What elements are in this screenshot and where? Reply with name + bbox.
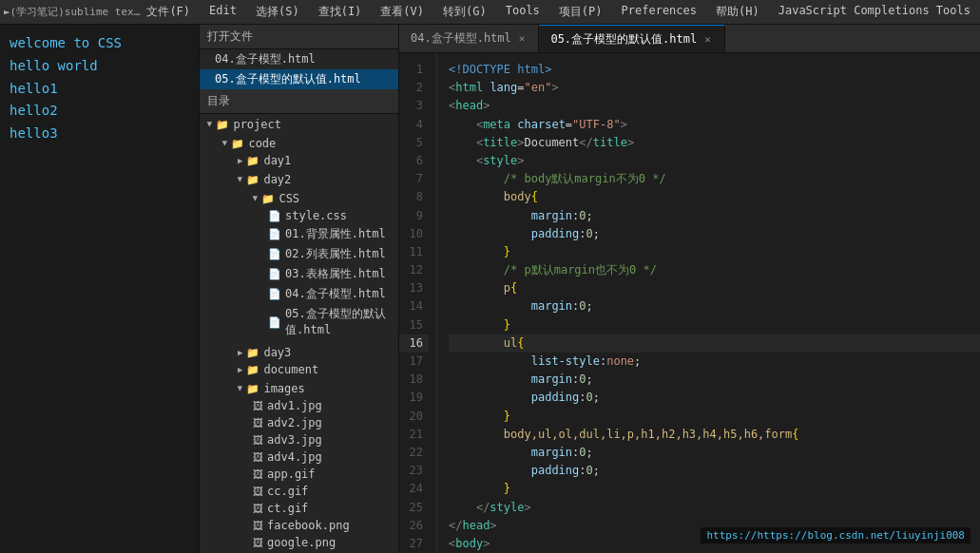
ln-26: 26 xyxy=(399,517,429,535)
preview-line-hello1: hello1 xyxy=(10,78,189,101)
tree-adv1[interactable]: 🖼adv1.jpg xyxy=(245,397,398,414)
code-line-16: ul{ xyxy=(449,334,980,353)
tree-02-list[interactable]: 📄 02.列表属性.html xyxy=(260,244,398,264)
file-panel: 打开文件 04.盒子模型.html 05.盒子模型的默认值.html 目录 ▶ … xyxy=(200,25,399,553)
menu-project[interactable]: 项目(P) xyxy=(553,2,608,22)
file-05-icon: 📄 xyxy=(268,316,281,329)
ln-18: 18 xyxy=(399,371,429,389)
img-ct-icon: 🖼 xyxy=(253,503,263,515)
img-adv4-icon: 🖼 xyxy=(253,451,263,464)
tree-adv3[interactable]: 🖼adv3.jpg xyxy=(245,431,398,448)
ln-24: 24 xyxy=(399,480,429,498)
tree-project-label[interactable]: ▶ 📁 project xyxy=(200,116,398,133)
tree-code-label[interactable]: ▶ 📁 code xyxy=(215,135,398,152)
menu-file[interactable]: 文件(F) xyxy=(141,2,196,22)
tree-day2-label[interactable]: ▶ 📁 day2 xyxy=(230,171,398,188)
menu-tools[interactable]: Tools xyxy=(500,2,546,22)
preview-line-welcome: welcome to CSS xyxy=(10,32,189,55)
folder-day2-icon: 📁 xyxy=(246,174,259,186)
line-numbers: 1 2 3 4 5 6 7 8 9 10 11 12 13 14 15 16 1… xyxy=(399,53,437,553)
file-style-icon: 📄 xyxy=(268,210,281,222)
tree-style-css[interactable]: 📄 style.css xyxy=(260,207,398,224)
tree-adv4[interactable]: 🖼adv4.jpg xyxy=(245,448,398,466)
preview-line-hello2: hello2 xyxy=(10,100,189,123)
editor-panel: 04.盒子模型.html ✕ 05.盒子模型的默认值.html ✕ 1 2 3 … xyxy=(399,25,980,553)
code-line-9: margin:0; xyxy=(449,207,980,225)
tree-images-children: 🖼adv1.jpg 🖼adv2.jpg 🖼adv3.jpg 🖼adv4.jpg … xyxy=(230,397,398,553)
img-facebook-icon: 🖼 xyxy=(253,520,263,532)
file-03-icon: 📄 xyxy=(268,268,281,280)
tree-google[interactable]: 🖼google.png xyxy=(245,534,398,551)
ln-19: 19 xyxy=(399,389,429,407)
menu-goto[interactable]: 转到(G) xyxy=(437,2,492,22)
folder-day3-icon: 📁 xyxy=(246,347,259,359)
img-adv3-name: adv3.jpg xyxy=(267,433,322,447)
tree-app[interactable]: 🖼app.gif xyxy=(245,466,398,483)
img-cc-icon: 🖼 xyxy=(253,486,263,498)
ln-27: 27 xyxy=(399,535,429,553)
menu-help[interactable]: 帮助(H) xyxy=(710,2,765,22)
code-line-6: <style> xyxy=(449,152,980,170)
tree-facebook[interactable]: 🖼facebook.png xyxy=(245,517,398,534)
code-line-7: /* body默认margin不为0 */ xyxy=(449,170,980,188)
ln-25: 25 xyxy=(399,499,429,517)
menu-preferences[interactable]: Preferences xyxy=(616,2,702,22)
tree-cc[interactable]: 🖼cc.gif xyxy=(245,483,398,500)
ln-10: 10 xyxy=(399,225,429,243)
tree-day1-label[interactable]: ▶ 📁 day1 xyxy=(230,152,398,169)
arrow-document: ▶ xyxy=(238,365,242,374)
tree-css-label[interactable]: ▶ 📁 CSS xyxy=(245,190,398,207)
menu-select[interactable]: 选择(S) xyxy=(250,2,305,22)
tree-day1-name: day1 xyxy=(263,154,291,167)
code-area[interactable]: <!DOCTYPE html> <html lang="en"> <head> … xyxy=(437,53,980,553)
code-line-22: margin:0; xyxy=(449,444,980,462)
arrow-css: ▶ xyxy=(251,196,260,200)
tree-css-children: 📄 style.css 📄 01.背景属性.html xyxy=(245,207,398,340)
tab-04-close[interactable]: ✕ xyxy=(517,32,528,45)
main-layout: welcome to CSS hello world hello1 hello2… xyxy=(0,25,980,553)
tree-01-bg[interactable]: 📄 01.背景属性.html xyxy=(260,224,398,244)
tree-05-box-default[interactable]: 📄 05.盒子模型的默认值.html xyxy=(260,304,398,340)
open-file-05[interactable]: 05.盒子模型的默认值.html xyxy=(200,69,398,89)
open-file-04[interactable]: 04.盒子模型.html xyxy=(200,49,398,69)
tab-05-close[interactable]: ✕ xyxy=(702,33,713,46)
folder-css-icon: 📁 xyxy=(261,193,275,205)
ln-17: 17 xyxy=(399,353,429,371)
menu-edit[interactable]: Edit xyxy=(203,2,242,22)
menu-js-completions[interactable]: JavaScript Completions Tools xyxy=(773,2,976,22)
code-line-5: <title>Document</title> xyxy=(449,134,980,152)
ln-21: 21 xyxy=(399,426,429,444)
ln-5: 5 xyxy=(399,134,429,152)
preview-line-hello: hello world xyxy=(10,55,189,78)
tree-day2-children: ▶ 📁 CSS 📄 style.css xyxy=(230,188,398,342)
tree-ct[interactable]: 🖼ct.gif xyxy=(245,500,398,517)
ln-2: 2 xyxy=(399,79,429,97)
tree-03-table[interactable]: 📄 03.表格属性.html xyxy=(260,264,398,284)
code-line-14: margin:0; xyxy=(449,297,980,315)
folder-day1-icon: 📁 xyxy=(246,155,259,167)
tab-05[interactable]: 05.盒子模型的默认值.html ✕ xyxy=(539,25,724,52)
code-line-4: <meta charset="UTF-8"> xyxy=(449,116,980,134)
tree-02-list-name: 02.列表属性.html xyxy=(285,246,386,262)
tree-day3-label[interactable]: ▶ 📁 day3 xyxy=(230,344,398,361)
menu-view[interactable]: 查看(V) xyxy=(375,2,430,22)
tree-document-label[interactable]: ▶ 📁 document xyxy=(230,361,398,378)
tab-04[interactable]: 04.盒子模型.html ✕ xyxy=(399,25,539,52)
img-adv4-name: adv4.jpg xyxy=(267,450,322,464)
tab-04-label: 04.盒子模型.html xyxy=(411,30,511,47)
arrow-day1: ▶ xyxy=(238,156,242,165)
tree-style-css-name: style.css xyxy=(285,209,347,222)
img-adv1-icon: 🖼 xyxy=(253,400,263,412)
arrow-project: ▶ xyxy=(205,122,215,126)
img-google-name: google.png xyxy=(267,536,336,549)
folder-images-icon: 📁 xyxy=(246,383,259,395)
img-adv2-name: adv2.jpg xyxy=(267,416,322,429)
tree-05-box-default-name: 05.盒子模型的默认值.html xyxy=(285,306,391,338)
tree-images-label[interactable]: ▶ 📁 images xyxy=(230,380,398,397)
tree-project-name: project xyxy=(233,118,281,131)
img-adv1-name: adv1.jpg xyxy=(267,399,322,412)
file-01-icon: 📄 xyxy=(268,228,281,240)
menu-find[interactable]: 查找(I) xyxy=(313,2,368,22)
tree-adv2[interactable]: 🖼adv2.jpg xyxy=(245,414,398,431)
tree-04-box[interactable]: 📄 04.盒子模型.html xyxy=(260,284,398,304)
